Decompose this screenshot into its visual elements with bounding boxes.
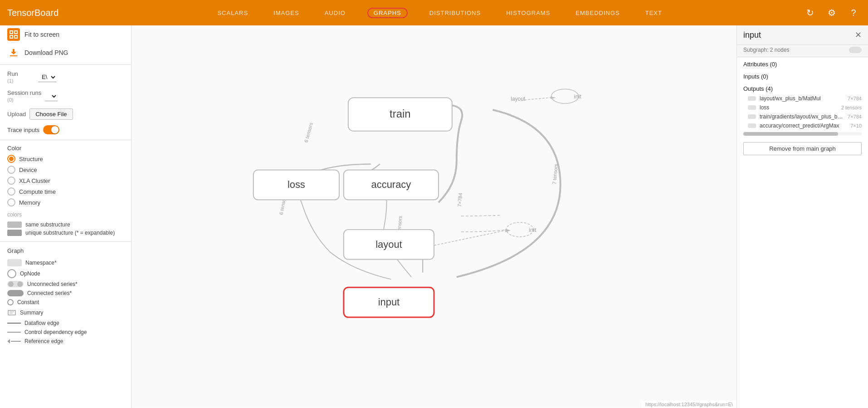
graph-svg[interactable]: 6 tensors 6 tensors 0.4x 7 tensors 2 ten… (132, 25, 736, 408)
output-node-label-1: loss (760, 104, 838, 111)
constant-label: Constant (17, 299, 39, 305)
same-substructure-row: same substructure (7, 221, 124, 229)
color-device-label: Device (19, 167, 37, 173)
output-row-2[interactable]: train/gradients/layout/wx_plus_b/Mat 7×7… (737, 112, 868, 121)
panel-subtitle-text: Subgraph: 2 nodes (743, 47, 789, 53)
topnav-icons: ↻ ⚙ ? (803, 5, 861, 20)
color-compute-radio[interactable] (7, 187, 15, 196)
nav-links: SCALARS IMAGES AUDIO GRAPHS DISTRIBUTION… (77, 8, 803, 18)
unconnected-label: Unconnected series* (27, 281, 78, 287)
same-substructure-label: same substructure (25, 221, 70, 228)
color-device-row[interactable]: Device (7, 164, 124, 175)
run-select[interactable]: E\ (38, 72, 57, 82)
settings-button[interactable]: ⚙ (824, 5, 839, 20)
svg-rect-8 (132, 26, 736, 407)
download-icon (7, 46, 20, 59)
choose-file-button[interactable]: Choose File (29, 108, 73, 120)
refresh-button[interactable]: ↻ (803, 5, 817, 20)
panel-close-button[interactable]: ✕ (855, 30, 862, 40)
output-node-icon-0 (748, 96, 756, 101)
control-label: Control dependency edge (24, 329, 87, 335)
topnav: TensorBoard SCALARS IMAGES AUDIO GRAPHS … (0, 0, 868, 25)
output-row-1[interactable]: loss 2 tensors (737, 103, 868, 112)
legend-constant: Constant (7, 298, 124, 307)
output-row-0[interactable]: layout/wx_plus_b/MatMul 7×784 (737, 94, 868, 103)
download-png-label: Download PNG (24, 49, 68, 56)
divider-2 (0, 140, 131, 140)
legend-summary: Summary (7, 307, 124, 319)
color-xla-label: XLA Cluster (19, 177, 50, 184)
session-select[interactable] (45, 91, 58, 101)
nav-embeddings[interactable]: EMBEDDINGS (572, 8, 623, 18)
color-device-radio[interactable] (7, 166, 15, 174)
color-memory-label: Memory (19, 199, 40, 206)
fit-to-screen-row[interactable]: Fit to screen (0, 25, 131, 44)
svg-rect-5 (8, 310, 15, 315)
dataflow-label: Dataflow edge (24, 320, 59, 326)
svg-text:init: init (574, 93, 582, 100)
output-node-icon-3 (748, 123, 756, 128)
trace-inputs-row: Trace inputs (0, 123, 131, 137)
status-bar: https://localhost:12345/#graphs&run=E\ (642, 401, 736, 408)
legend-opnode: OpNode (7, 268, 124, 280)
svg-text:accuracy: accuracy (371, 179, 411, 190)
nav-histograms[interactable]: HISTOGRAMS (502, 8, 554, 18)
fit-to-screen-icon (7, 28, 20, 41)
remove-from-main-graph-button[interactable]: Remove from main graph (743, 142, 862, 155)
download-png-row[interactable]: Download PNG (0, 44, 131, 62)
nav-audio[interactable]: AUDIO (321, 8, 349, 18)
color-title: Color (7, 145, 124, 152)
color-memory-row[interactable]: Memory (7, 197, 124, 208)
svg-rect-3 (15, 35, 17, 38)
output-row-3[interactable]: accuracy/correct_predict/ArgMax 7×10 (737, 121, 868, 130)
output-node-icon-2 (748, 114, 756, 119)
help-button[interactable]: ? (846, 5, 861, 20)
color-xla-radio[interactable] (7, 177, 15, 185)
output-node-label-3: accuracy/correct_predict/ArgMax (760, 123, 847, 129)
svg-text:layout: layout (375, 239, 402, 250)
opnode-shape (7, 269, 16, 278)
colors-section-title: colors (7, 211, 124, 218)
svg-text:input: input (378, 296, 400, 308)
color-structure-radio[interactable] (7, 155, 15, 163)
session-row: Session runs (0) (0, 87, 131, 106)
nav-graphs[interactable]: GRAPHS (367, 8, 408, 18)
ref-arrow (7, 339, 10, 344)
color-xla-row[interactable]: XLA Cluster (7, 175, 124, 186)
nav-text[interactable]: TEXT (642, 8, 666, 18)
svg-text:layout: layout (511, 96, 526, 102)
color-compute-row[interactable]: Compute time (7, 186, 124, 197)
attributes-section-title: Attributes (0) (737, 57, 868, 69)
radio-inner (9, 157, 14, 161)
svg-rect-2 (10, 35, 13, 38)
divider-1 (0, 64, 131, 65)
sidebar: Fit to screen Download PNG Run (1) E\ (0, 25, 132, 408)
dataflow-shape (7, 323, 21, 324)
graph-legend-section: Graph Namespace* OpNode Unconnected seri… (0, 245, 131, 349)
color-structure-row[interactable]: Structure (7, 153, 124, 164)
nav-distributions[interactable]: DISTRIBUTIONS (426, 8, 484, 18)
panel-subtitle: Subgraph: 2 nodes (737, 45, 868, 57)
same-substructure-swatch (7, 221, 22, 228)
trace-inputs-toggle[interactable] (43, 125, 59, 134)
nav-scalars[interactable]: SCALARS (214, 8, 252, 18)
upload-row: Upload Choose File (0, 106, 131, 123)
output-node-label-0: layout/wx_plus_b/MatMul (760, 95, 844, 102)
reference-label: Reference edge (24, 338, 63, 344)
ref-line (11, 341, 21, 342)
unique-substructure-row: unique substructure (* = expandable) (7, 229, 124, 237)
unique-substructure-label: unique substructure (* = expandable) (25, 230, 115, 236)
unique-substructure-swatch (7, 230, 22, 236)
nav-images[interactable]: IMAGES (270, 8, 303, 18)
output-node-icon-1 (748, 105, 756, 110)
output-node-size-1: 2 tensors (841, 105, 862, 110)
panel-expand-toggle[interactable] (849, 47, 862, 53)
legend-control: Control dependency edge (7, 328, 124, 337)
toggle-knob (51, 126, 59, 133)
color-memory-radio[interactable] (7, 198, 15, 206)
graph-area[interactable]: 6 tensors 6 tensors 0.4x 7 tensors 2 ten… (132, 25, 736, 408)
constant-shape (7, 299, 14, 305)
panel-scrollbar[interactable] (743, 132, 862, 136)
namespace-label: Namespace* (25, 260, 57, 266)
reference-shape (7, 339, 21, 344)
